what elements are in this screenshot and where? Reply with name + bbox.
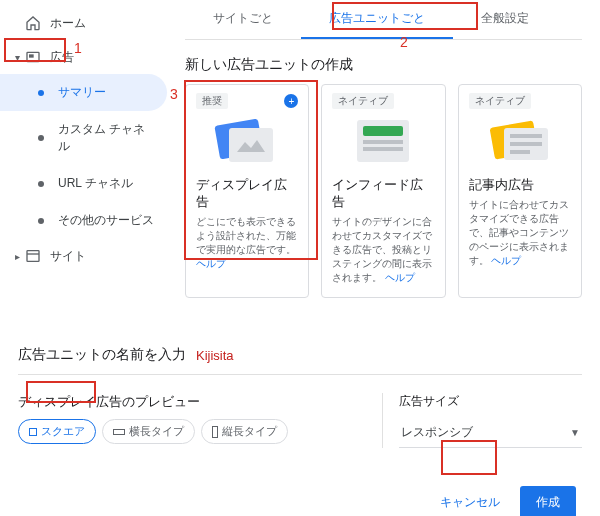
card-desc: どこにでも表示できるよう設計された、万能で実用的な広告です。 ヘルプ: [196, 215, 298, 271]
tab-label: 広告ユニットごと: [329, 11, 425, 25]
create-button[interactable]: 作成: [520, 486, 576, 516]
card-desc: サイトに合わせてカスタマイズできる広告で、記事やコンテンツのページに表示されます…: [469, 198, 571, 268]
bullet-icon: [38, 218, 44, 224]
tab-general-settings[interactable]: 全般設定: [453, 0, 557, 39]
card-title: 記事内広告: [469, 177, 571, 194]
sidebar-item-summary[interactable]: サマリー: [0, 74, 167, 111]
sidebar: ホーム ▾ 広告 サマリー カスタム チャネル URL チャネル: [0, 0, 175, 298]
chevron-right-icon: ▸: [10, 251, 24, 262]
tab-by-site[interactable]: サイトごと: [185, 0, 301, 39]
help-link[interactable]: ヘルプ: [196, 258, 226, 269]
sidebar-item-url-channel[interactable]: URL チャネル: [0, 165, 167, 202]
chip-square[interactable]: スクエア: [18, 419, 96, 444]
bullet-icon: [38, 181, 44, 187]
svg-rect-5: [229, 128, 273, 162]
svg-rect-12: [510, 134, 542, 138]
svg-rect-13: [510, 142, 542, 146]
card-badge: ネイティブ: [469, 93, 531, 109]
card-badge: ネイティブ: [332, 93, 394, 109]
inarticle-ad-illustration-icon: [469, 113, 571, 169]
ad-size-title: 広告サイズ: [399, 393, 582, 410]
chip-label: 縦長タイプ: [222, 424, 277, 439]
chevron-down-icon: ▾: [10, 52, 24, 63]
card-badge: 推奨: [196, 93, 228, 109]
svg-rect-7: [363, 126, 403, 136]
unit-name-annotation: Kijisita: [196, 348, 234, 363]
svg-rect-9: [363, 147, 403, 151]
chip-label: スクエア: [41, 424, 85, 439]
card-desc: サイトのデザインに合わせてカスタマイズできる広告で、投稿とリスティングの間に表示…: [332, 215, 434, 285]
chip-vertical[interactable]: 縦長タイプ: [201, 419, 288, 444]
svg-rect-2: [27, 251, 39, 262]
infeed-ad-illustration-icon: [332, 113, 434, 169]
sidebar-item-other-services[interactable]: その他のサービス: [0, 202, 167, 239]
preview-chips: スクエア 横長タイプ 縦長タイプ: [18, 419, 358, 444]
rect-vertical-icon: [212, 426, 218, 438]
preview-title: ディスプレイ広告のプレビュー: [18, 393, 358, 411]
plus-icon: +: [284, 94, 298, 108]
svg-rect-8: [363, 140, 403, 144]
help-link[interactable]: ヘルプ: [491, 255, 521, 266]
rect-horizontal-icon: [113, 429, 125, 435]
tab-by-ad-unit[interactable]: 広告ユニットごと: [301, 0, 453, 39]
tabs: サイトごと 広告ユニットごと 全般設定: [185, 0, 582, 40]
card-title: ディスプレイ広告: [196, 177, 298, 211]
ad-size-select[interactable]: レスポンシブ ▼: [399, 418, 582, 448]
svg-rect-14: [510, 150, 530, 154]
help-link[interactable]: ヘルプ: [385, 272, 415, 283]
card-title: インフィード広告: [332, 177, 434, 211]
ads-icon: [24, 48, 42, 66]
chip-horizontal[interactable]: 横長タイプ: [102, 419, 195, 444]
ad-size-value: レスポンシブ: [401, 424, 473, 441]
sidebar-ads-label: 広告: [50, 49, 74, 66]
sites-icon: [24, 247, 42, 265]
sidebar-ads[interactable]: ▾ 広告: [0, 40, 175, 74]
display-ad-illustration-icon: [196, 113, 298, 169]
chip-label: 横長タイプ: [129, 424, 184, 439]
divider: [18, 374, 582, 375]
cancel-button[interactable]: キャンセル: [440, 494, 500, 511]
square-icon: [29, 428, 37, 436]
sidebar-item-label: カスタム チャネル: [58, 121, 157, 155]
bullet-icon: [38, 90, 44, 96]
sidebar-sites[interactable]: ▸ サイト: [0, 239, 175, 273]
card-display-ad[interactable]: 推奨 + ディスプレイ広告 どこにでも表示できるよう設計された、万能で実用的な広…: [185, 84, 309, 298]
tab-label: 全般設定: [481, 11, 529, 25]
card-inarticle-ad[interactable]: ネイティブ 記事内広告 サイトに合わせてカスタマイズできる広告で、記事やコンテン…: [458, 84, 582, 298]
section-title: 新しい広告ユニットの作成: [185, 56, 582, 74]
sidebar-sites-label: サイト: [50, 248, 86, 265]
footer-actions: キャンセル 作成: [18, 486, 582, 516]
sidebar-item-label: その他のサービス: [58, 212, 154, 229]
tab-label: サイトごと: [213, 11, 273, 25]
card-infeed-ad[interactable]: ネイティブ インフィード広告 サイトのデザインに合わせてカスタマイズできる広告で…: [321, 84, 445, 298]
sidebar-item-label: URL チャネル: [58, 175, 133, 192]
sidebar-item-label: サマリー: [58, 84, 106, 101]
ad-type-cards: 推奨 + ディスプレイ広告 どこにでも表示できるよう設計された、万能で実用的な広…: [185, 84, 582, 298]
unit-name-label: 広告ユニットの名前を入力: [18, 346, 186, 364]
sidebar-home[interactable]: ホーム: [0, 6, 175, 40]
caret-down-icon: ▼: [570, 427, 580, 438]
main-content: サイトごと 広告ユニットごと 全般設定 新しい広告ユニットの作成 推奨 + ディ…: [175, 0, 600, 298]
bullet-icon: [38, 135, 44, 141]
sidebar-item-custom-channel[interactable]: カスタム チャネル: [0, 111, 167, 165]
home-icon: [24, 14, 42, 32]
sidebar-home-label: ホーム: [50, 15, 86, 32]
svg-rect-1: [29, 54, 34, 57]
